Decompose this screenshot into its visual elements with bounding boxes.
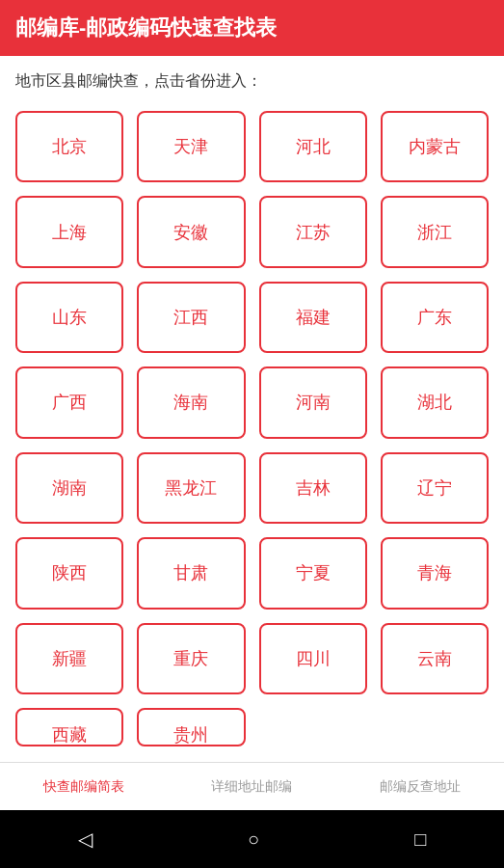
province-button[interactable]: 海南 [137,366,245,438]
header: 邮编库-邮政编码快速查找表 [0,0,504,56]
province-button[interactable]: 北京 [15,111,123,182]
province-button[interactable]: 山东 [15,282,123,353]
province-button[interactable]: 河北 [259,111,367,182]
province-button[interactable]: 上海 [15,196,123,267]
android-nav [0,810,504,868]
province-button[interactable]: 辽宁 [381,452,489,524]
province-button[interactable]: 云南 [381,623,489,694]
bottom-nav-item[interactable]: 快查邮编简表 [32,771,136,803]
province-button[interactable]: 安徽 [137,196,245,267]
province-button[interactable]: 甘肃 [137,537,245,609]
province-button[interactable]: 福建 [259,282,367,353]
province-button[interactable]: 浙江 [381,196,489,267]
partial-row: 西藏贵州 [15,708,489,746]
home-button[interactable] [228,819,279,860]
province-button[interactable]: 吉林 [259,452,367,524]
bottom-nav-item[interactable]: 邮编反查地址 [368,771,472,803]
province-button[interactable]: 湖南 [15,452,123,524]
province-button[interactable]: 天津 [137,111,245,182]
province-button[interactable]: 黑龙江 [137,452,245,524]
recent-button[interactable] [395,819,445,860]
bottom-nav: 快查邮编简表详细地址邮编邮编反查地址 [0,762,504,810]
province-button[interactable]: 宁夏 [259,537,367,609]
province-grid: 北京天津河北内蒙古上海安徽江苏浙江山东江西福建广东广西海南河南湖北湖南黑龙江吉林… [15,111,489,694]
province-button[interactable]: 新疆 [15,623,123,694]
province-button[interactable]: 江苏 [259,196,367,267]
province-button[interactable]: 广西 [15,366,123,438]
province-button[interactable]: 四川 [259,623,367,694]
main-content: 地市区县邮编快查，点击省份进入： 北京天津河北内蒙古上海安徽江苏浙江山东江西福建… [0,56,504,762]
province-button[interactable]: 广东 [381,282,489,353]
province-button[interactable]: 青海 [381,537,489,609]
province-button[interactable]: 湖北 [381,366,489,438]
province-button[interactable]: 陕西 [15,537,123,609]
province-button-partial[interactable]: 西藏 [15,708,123,746]
back-button[interactable] [59,818,112,860]
province-button[interactable]: 重庆 [137,623,245,694]
header-title: 邮编库-邮政编码快速查找表 [15,15,277,40]
bottom-nav-item[interactable]: 详细地址邮编 [199,771,304,803]
subtitle: 地市区县邮编快查，点击省份进入： [15,71,489,92]
province-button[interactable]: 内蒙古 [381,111,489,182]
province-button-partial[interactable]: 贵州 [137,708,245,746]
province-button[interactable]: 河南 [259,366,367,438]
province-button[interactable]: 江西 [137,282,245,353]
